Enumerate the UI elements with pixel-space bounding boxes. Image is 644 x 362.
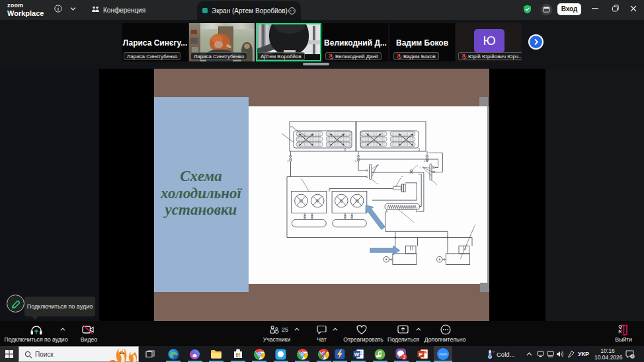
svg-text:2: 2: [420, 166, 421, 169]
svg-text:м: м: [401, 175, 403, 178]
svg-text:ж: ж: [287, 160, 289, 163]
svg-text:ж: ж: [290, 126, 292, 128]
svg-text:и: и: [376, 182, 378, 185]
svg-text:3: 3: [403, 355, 405, 359]
svg-text:1: 1: [300, 178, 302, 180]
svg-text:P: P: [419, 351, 423, 357]
svg-text:л: л: [417, 164, 418, 167]
svg-text:ж: ж: [355, 160, 357, 163]
svg-text:н: н: [413, 221, 414, 223]
svg-text:з: з: [378, 164, 379, 166]
svg-text:к: к: [436, 183, 437, 186]
svg-text:W: W: [354, 351, 359, 357]
svg-text:ж: ж: [424, 160, 426, 163]
svg-text:п: п: [474, 224, 475, 227]
svg-text:4: 4: [631, 354, 634, 359]
